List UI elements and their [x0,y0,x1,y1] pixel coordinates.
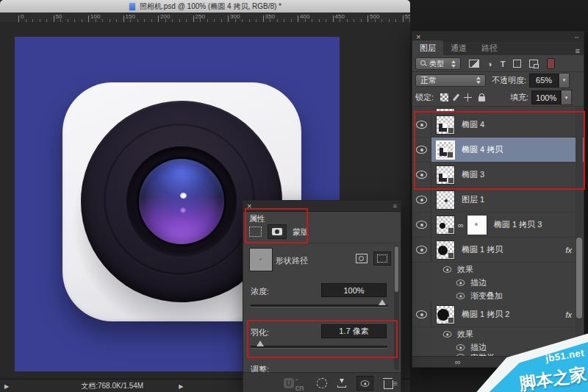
document-titlebar[interactable]: 照相机.psd @ 100% (椭圆 4 拷贝, RGB/8) * [0,0,410,13]
visibility-toggle[interactable] [412,238,431,262]
lock-all-icon[interactable] [478,96,485,101]
apply-mask-button[interactable] [337,379,346,388]
blend-mode-value: 正常 [420,75,437,86]
filter-kind-dropdown[interactable]: 类型 [415,57,461,70]
eye-icon[interactable] [443,331,452,338]
vector-mask-badge-icon [448,252,454,259]
eye-icon [416,246,427,254]
lock-position-icon[interactable] [464,93,472,101]
layer-row-layer-1[interactable]: 图层 1 [412,188,584,213]
ui-cn-badge: U [284,378,294,388]
mask-link-icon[interactable]: ∞ [458,221,464,229]
load-mask-selection-button[interactable] [317,378,327,388]
enable-mask-button[interactable] [356,376,374,391]
effect-stroke-row[interactable]: 描边 [412,276,584,289]
eye-icon[interactable] [456,293,465,299]
properties-toolbar: U -cn ≡ [243,372,401,392]
mask-properties-button[interactable] [268,224,287,239]
layer-thumbnail[interactable] [436,190,455,210]
filter-shape-layers-button[interactable] [513,60,521,68]
eye-icon[interactable] [456,344,465,351]
close-icon[interactable]: × [416,33,420,40]
layer-thumbnail[interactable] [436,140,455,160]
layer-row-ellipse-1-copy-3[interactable]: ∞ 椭圆 1 拷贝 3 [412,213,584,238]
layer-row-ellipse-3[interactable]: 椭圆 3 [412,163,584,188]
tab-paths[interactable]: 路径 [474,40,505,55]
properties-panel: × ≡ 属性 蒙版 形状路径 浓度: 100% 羽化: 1.7 像素 调整: [243,200,401,392]
layers-scrollbar-thumb[interactable] [576,238,582,318]
layer-thumbnail[interactable] [436,165,455,185]
filter-toggle[interactable] [547,58,555,69]
vector-mask-badge-icon [448,127,454,134]
tab-layers[interactable]: 图层 [412,40,443,55]
density-value[interactable]: 100% [321,283,387,297]
feather-slider[interactable] [251,346,387,349]
visibility-toggle[interactable] [412,188,431,212]
layer-row-ellipse-4-copy[interactable]: 椭圆 4 拷贝 [412,138,584,163]
layer-thumbnail[interactable] [436,305,455,324]
delete-mask-button[interactable] [384,378,393,389]
fill-dropdown-icon[interactable]: ▾ [561,90,572,105]
density-slider[interactable] [251,304,387,307]
mask-thumbnail[interactable] [249,248,273,271]
opacity-dropdown-icon[interactable]: ▾ [559,73,570,88]
expand-icon[interactable]: ⇔ [573,33,580,40]
lock-pixels-icon[interactable] [453,93,459,101]
feather-slider-thumb[interactable] [257,341,264,346]
panel-menu-icon[interactable]: ≡ [393,202,397,210]
effects-row[interactable]: 效果 [412,263,584,276]
visibility-toggle[interactable] [412,213,431,237]
effect-gradient-overlay-row[interactable]: 渐变叠加 [412,289,584,302]
apply-mask-icon [337,379,346,388]
resize-grip-icon[interactable]: ≡ [393,379,398,388]
layer-row-ellipse-4[interactable]: 椭圆 4 [412,113,584,138]
eye-icon[interactable] [456,279,465,286]
panel-menu-icon[interactable]: ≡ [576,46,580,55]
layers-scrollbar[interactable] [576,107,583,357]
visibility-toggle[interactable] [412,138,431,162]
properties-scrollbar[interactable] [394,245,399,370]
lock-transparency-icon[interactable] [440,93,448,101]
ruler-tick [123,15,124,22]
dashed-circle-icon [317,378,327,388]
feather-label: 羽化: [251,327,269,338]
tab-channels[interactable]: 通道 [443,40,474,55]
shape-preview [439,174,447,182]
feather-value[interactable]: 1.7 像素 [321,324,387,338]
filter-type-layers-button[interactable]: T [501,60,506,68]
layer-thumbnail[interactable] [436,115,455,135]
layer-mask-thumbnail[interactable] [467,215,487,235]
fx-badge[interactable]: fx [565,246,572,254]
close-icon[interactable]: × [247,202,251,210]
shape-properties-icon[interactable] [249,227,262,237]
status-menu-arrow-icon[interactable]: ▶ [179,383,183,390]
visibility-toggle[interactable] [412,163,431,187]
filter-adjustment-layers-button[interactable]: ◑ [487,60,492,68]
layer-thumbnail[interactable] [436,240,455,260]
filter-smart-objects-button[interactable] [529,60,538,68]
properties-scrollbar-thumb[interactable] [395,246,398,292]
ui-cn-text: -cn [295,374,306,392]
status-left-arrow-icon[interactable]: ▶ [4,383,9,390]
eye-icon[interactable] [443,266,452,273]
link-layers-icon[interactable]: ∞ [455,358,461,366]
layers-tab-bar: 图层 通道 路径 ≡ [412,42,584,55]
eye-icon [416,221,427,229]
lock-label: 锁定: [415,92,434,103]
fx-badge[interactable]: fx [565,310,572,319]
density-slider-thumb[interactable] [379,299,386,305]
fill-value[interactable]: 100% [531,90,561,104]
visibility-toggle[interactable] [412,113,431,137]
add-mask-icon[interactable] [356,254,368,263]
layer-row-ellipse-1-copy-2[interactable]: 椭圆 1 拷贝 2 fx ▴ [412,302,584,327]
layer-row-partial[interactable] [412,107,584,113]
layer-content-preview [445,199,448,202]
layer-row-ellipse-1-copy[interactable]: 椭圆 1 拷贝 fx ▴ [412,238,584,263]
filter-pixel-layers-button[interactable] [469,60,479,68]
blend-mode-dropdown[interactable]: 正常 [415,74,486,87]
vector-mask-icon[interactable] [373,252,391,266]
layer-thumbnail[interactable] [436,215,455,235]
properties-panel-header[interactable]: × ≡ [243,201,401,212]
opacity-value[interactable]: 65% [529,74,559,88]
visibility-toggle[interactable] [412,302,431,327]
